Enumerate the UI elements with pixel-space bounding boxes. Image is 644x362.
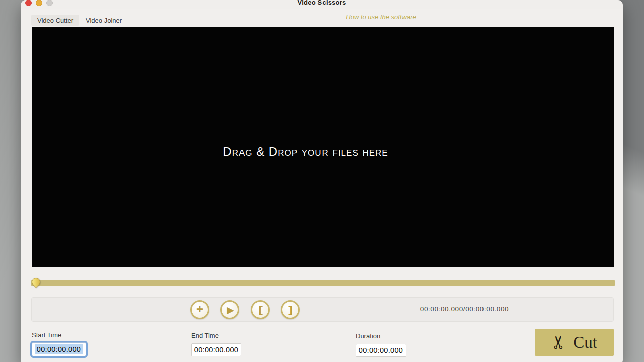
window-title: Video Scissors — [21, 0, 623, 6]
scissors-icon: ✂ — [550, 335, 568, 350]
bracket-left-icon: [ — [258, 304, 263, 315]
play-icon: ▶ — [227, 305, 234, 315]
app-window: Video Scissors Video Cutter Video Joiner… — [21, 0, 623, 362]
start-time-input[interactable]: 00:00:00.000 — [32, 342, 86, 356]
playback-controls-panel: + ▶ [ ] 00:00:00.000/00:00:00.000 — [31, 297, 614, 322]
duration-group: Duration — [356, 332, 406, 357]
cut-button-label: Cut — [573, 333, 597, 352]
mark-start-button[interactable]: [ — [251, 300, 270, 319]
cut-button[interactable]: ✂ Cut — [535, 329, 614, 356]
tab-video-joiner[interactable]: Video Joiner — [79, 15, 128, 26]
end-time-group: End Time — [191, 332, 242, 356]
tab-bar: Video Cutter Video Joiner How to use the… — [21, 10, 623, 27]
help-link[interactable]: How to use the software — [323, 13, 439, 21]
duration-label: Duration — [356, 332, 406, 340]
add-file-button[interactable]: + — [190, 300, 209, 319]
play-button[interactable]: ▶ — [220, 300, 239, 319]
duration-input[interactable] — [356, 344, 406, 357]
slider-track[interactable] — [31, 280, 615, 286]
start-time-group: Start Time 00:00:00.000 — [32, 331, 86, 356]
mark-end-button[interactable]: ] — [281, 300, 300, 319]
start-time-label: Start Time — [32, 331, 86, 339]
start-time-value: 00:00:00.000 — [35, 344, 83, 354]
end-time-input[interactable] — [191, 343, 242, 356]
title-bar: Video Scissors — [21, 0, 623, 9]
tab-video-cutter[interactable]: Video Cutter — [31, 15, 79, 26]
end-time-label: End Time — [191, 332, 242, 339]
dropzone-message: Drag & Drop your files here — [21, 145, 597, 159]
timeline-slider[interactable] — [31, 277, 615, 290]
bracket-right-icon: ] — [288, 304, 293, 315]
video-dropzone[interactable]: Drag & Drop your files here — [32, 27, 614, 267]
plus-icon: + — [196, 303, 203, 315]
playback-time-display: 00:00:00.000/00:00:00.000 — [407, 305, 522, 313]
